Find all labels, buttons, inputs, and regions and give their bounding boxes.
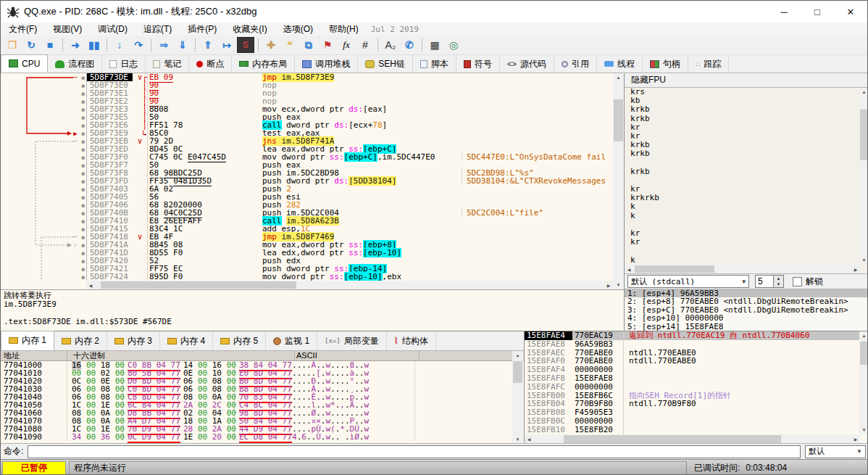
breakpoint-dot-icon[interactable]: ●	[81, 99, 85, 105]
register-row[interactable]	[630, 247, 860, 255]
breakpoint-dot-icon[interactable]: ●	[81, 210, 85, 217]
breakpoint-dot-icon[interactable]: ●	[81, 107, 85, 113]
stack-vscrollbar[interactable]: ▲ ▼	[859, 331, 868, 434]
tab-CPU[interactable]: CPU	[1, 54, 48, 73]
register-row[interactable]: krkb	[630, 168, 860, 176]
breakpoint-dot-icon[interactable]: ●	[81, 170, 85, 177]
scroll-up-arrow[interactable]: ▲	[859, 331, 868, 340]
tab-日志[interactable]: 日志	[102, 55, 146, 73]
breakpoint-dot-icon[interactable]: ●	[81, 178, 85, 185]
scroll-up-arrow[interactable]: ▲	[859, 88, 868, 96]
scroll-down-arrow[interactable]: ▼	[613, 281, 624, 289]
breakpoint-dot-icon[interactable]: ●	[81, 258, 85, 265]
argument-row[interactable]: 4: [esp+10] 00000000	[625, 314, 868, 322]
tab-断点[interactable]: 断点	[189, 55, 232, 73]
command-profile-select[interactable]: 默认▼	[805, 445, 866, 458]
tab-内存 4[interactable]: 内存 4	[160, 331, 213, 350]
hide-fpu-button[interactable]: 隐藏FPU	[625, 73, 868, 88]
registers-pane[interactable]: 隐藏FPU krskbkrkbkrkbkrkrkrkbkrkbkrkbkrkrk…	[624, 73, 868, 331]
breakpoint-dot-icon[interactable]: ●	[81, 83, 85, 89]
register-row[interactable]: k	[630, 202, 860, 211]
register-row[interactable]	[630, 220, 860, 229]
tab-线程[interactable]: 线程	[597, 55, 643, 73]
tab-内存 5[interactable]: 内存 5	[213, 331, 266, 350]
tab-调用堆栈[interactable]: 调用堆栈	[295, 55, 358, 73]
menu-item-o[interactable]: 选项(O)	[275, 22, 321, 36]
breakpoint-dot-icon[interactable]: ●	[81, 234, 85, 241]
tab-句柄[interactable]: 句柄	[643, 55, 688, 73]
breakpoint-dot-icon[interactable]: ●	[81, 75, 85, 81]
register-row[interactable]: kr	[630, 229, 860, 238]
calculator-button[interactable]: ▦	[426, 37, 443, 53]
arg-count-stepper[interactable]: 5	[755, 275, 774, 288]
calling-convention-select[interactable]: 默认 (stdcall)▼	[627, 275, 749, 288]
dump-row[interactable]: 7704109034 00 36 000C D9 04 771E 00 20 0…	[1, 433, 512, 441]
dump-byte[interactable]: 34	[72, 432, 81, 442]
register-row[interactable]: kr	[630, 132, 860, 141]
register-row[interactable]: krkb	[630, 141, 860, 149]
register-row[interactable]: k	[630, 256, 860, 265]
register-row[interactable]	[630, 159, 860, 168]
strings-button[interactable]: A₂	[382, 37, 399, 53]
tab-符号[interactable]: 符号	[456, 55, 500, 73]
tab-引用[interactable]: 引用	[554, 55, 597, 73]
breakpoint-dot-icon[interactable]: ●	[81, 123, 85, 129]
menu-item-f[interactable]: 文件(F)	[1, 22, 45, 36]
disassembly-pane[interactable]: ─ ●5D8F73DE∨┌EB 09jmp im.5D8F73E9●5D8F73…	[1, 73, 624, 331]
scroll-left-arrow[interactable]: ◀	[625, 265, 633, 273]
dump-byte[interactable]: 00	[198, 432, 207, 442]
breakpoint-dot-icon[interactable]: ●	[81, 162, 85, 169]
step-out-button[interactable]: ⇑	[199, 37, 217, 53]
registers-vscrollbar[interactable]: ▲ ▼	[859, 88, 868, 265]
tab-结构体[interactable]: ⌇结构体	[387, 331, 436, 350]
trace-into-button[interactable]: ⇒	[155, 37, 172, 53]
memory-dump-pane[interactable]: 内存 1内存 2内存 3内存 4内存 5监视 1[x=]局部变量⌇结构体 地址 …	[1, 331, 524, 444]
breakpoint-dot-icon[interactable]: ●	[81, 226, 85, 233]
register-row[interactable]: krkb	[630, 115, 860, 123]
scroll-up-arrow[interactable]: ▲	[512, 351, 523, 360]
unlock-checkbox[interactable]	[793, 277, 802, 286]
close-button[interactable]: ✕	[834, 1, 867, 22]
step-into-button[interactable]: ↓	[111, 37, 128, 53]
disassembly-hscrollbar[interactable]: ◀ ▶	[86, 281, 613, 289]
tab-内存 1[interactable]: 内存 1	[1, 331, 54, 350]
bookmarks-button[interactable]: ⚑	[319, 37, 336, 53]
dump-byte[interactable]: 00	[86, 432, 96, 442]
scroll-up-arrow[interactable]: ▲	[613, 73, 624, 82]
tab-跟踪[interactable]: ∴跟踪	[688, 55, 729, 73]
tab-监视 1[interactable]: 监视 1	[266, 331, 317, 350]
breakpoint-dot-icon[interactable]: ●	[81, 139, 85, 145]
run-to-user-code-button[interactable]: ↦	[218, 37, 235, 53]
tab-流程图[interactable]: 流程图	[48, 55, 102, 73]
scroll-left-arrow[interactable]: ◀	[86, 281, 95, 289]
dump-byte[interactable]: 1E	[183, 432, 193, 442]
maximize-button[interactable]: □	[801, 1, 834, 22]
labels-button[interactable]: ⧉	[300, 37, 317, 53]
register-row[interactable]: krkb	[630, 149, 860, 158]
register-row[interactable]: kr	[630, 185, 860, 194]
tab-内存 2[interactable]: 内存 2	[54, 331, 107, 350]
attach-button[interactable]: ✆	[401, 37, 418, 53]
tab-内存 3[interactable]: 内存 3	[107, 331, 160, 350]
scroll-track[interactable]	[95, 281, 604, 289]
register-row[interactable]: kr	[630, 123, 860, 132]
tab-笔记[interactable]: 笔记	[146, 55, 189, 73]
patches-button[interactable]: ✚	[262, 37, 280, 53]
tab-源代码[interactable]: <>源代码	[500, 55, 554, 73]
tab-SEH链[interactable]: SEH链	[358, 55, 413, 73]
registers-hscrollbar[interactable]: ◀ ▶	[625, 265, 860, 273]
dump-byte[interactable]: 36	[101, 432, 110, 442]
scroll-track[interactable]	[859, 96, 868, 256]
scroll-track[interactable]	[613, 82, 624, 281]
breakpoint-dot-icon[interactable]: ●	[81, 194, 85, 201]
scroll-down-arrow[interactable]: ▼	[859, 256, 868, 265]
register-row[interactable]: kr	[630, 238, 860, 247]
tab-内存布局[interactable]: 内存布局	[232, 55, 295, 73]
menu-item-h[interactable]: 帮助(H)	[321, 22, 367, 36]
stack-row[interactable]: 15E8FAE896A59BB3	[525, 340, 860, 349]
breakpoint-dot-icon[interactable]: ●	[81, 266, 85, 273]
scroll-track[interactable]	[859, 340, 868, 426]
register-row[interactable]: krkb	[630, 105, 860, 114]
register-row[interactable]: krkrkb	[630, 194, 860, 202]
menu-item-d[interactable]: 调试(D)	[90, 22, 135, 36]
